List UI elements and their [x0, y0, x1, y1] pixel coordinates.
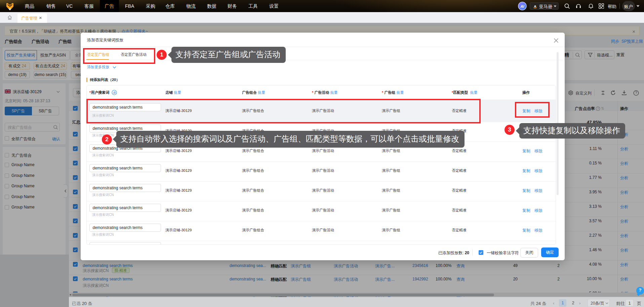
- svg-text:AI: AI: [520, 4, 525, 8]
- svg-text:译: 译: [113, 91, 116, 94]
- svg-text:a: a: [534, 4, 536, 8]
